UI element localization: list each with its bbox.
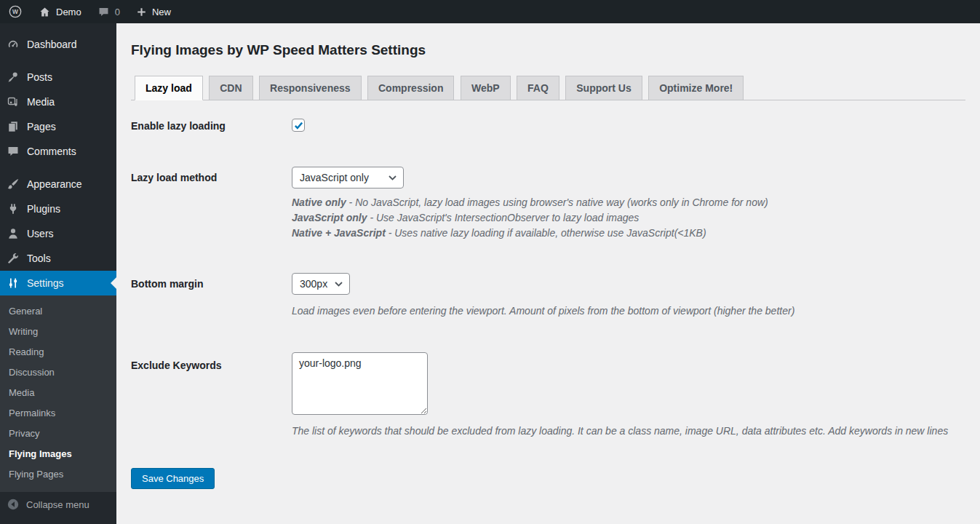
sidebar-item-comments[interactable]: Comments [0,139,116,164]
dashboard-icon [6,37,20,52]
home-icon [39,6,51,18]
enable-lazy-loading-checkbox[interactable] [292,119,305,132]
submenu-item-discussion[interactable]: Discussion [0,362,116,383]
media-icon [6,95,20,109]
enable-lazy-loading-row: Enable lazy loading [131,119,965,132]
tab-faq[interactable]: FAQ [517,76,559,100]
sidebar-item-label: Media [27,96,55,108]
menu-separator [0,164,116,172]
sidebar-item-appearance[interactable]: Appearance [0,172,116,196]
tab-responsiveness[interactable]: Responsiveness [259,76,362,100]
submenu-item-privacy[interactable]: Privacy [0,424,116,444]
submenu-item-media[interactable]: Media [0,383,116,403]
lazy-load-method-value: JavaScript only [300,172,369,183]
tab-cdn[interactable]: CDN [209,76,252,100]
sidebar-item-label: Settings [27,277,64,289]
sidebar-item-users[interactable]: Users [0,221,116,246]
lazy-load-method-row: Lazy load method JavaScript only Native … [131,167,965,241]
plug-icon [6,202,20,216]
submenu-item-permalinks[interactable]: Permalinks [0,403,116,424]
sidebar-item-label: Comments [27,146,76,157]
sidebar-item-label: Posts [27,71,52,83]
site-name-menu[interactable]: Demo [31,0,89,23]
tab-webp[interactable]: WebP [461,76,511,100]
menu-separator [0,57,116,65]
new-label: New [152,7,171,17]
bottom-margin-value: 300px [300,278,327,290]
sidebar-item-label: Tools [27,253,51,264]
sidebar-item-label: Dashboard [27,39,77,50]
lazy-load-method-label: Lazy load method [131,167,292,183]
settings-submenu: General Writing Reading Discussion Media… [0,295,116,492]
settings-page: Flying Images by WP Speed Matters Settin… [116,23,980,489]
submenu-item-reading[interactable]: Reading [0,342,116,362]
bottom-margin-row: Bottom margin 300px Load images even bef… [131,273,965,319]
comment-bubble-icon [97,6,110,18]
help-line: Native only - No JavaScript, lazy load i… [292,195,965,210]
tab-optimize-more[interactable]: Optimize More! [648,76,744,100]
bottom-margin-select[interactable]: 300px [292,273,350,295]
sidebar-item-posts[interactable]: Posts [0,65,116,90]
exclude-keywords-label: Exclude Keywords [131,352,292,371]
chevron-down-icon [335,282,343,287]
comments-icon [6,144,20,159]
bottom-margin-label: Bottom margin [131,273,292,290]
tab-support-us[interactable]: Support Us [565,76,642,100]
collapse-menu-button[interactable]: Collapse menu [0,492,116,517]
exclude-keywords-row: Exclude Keywords your-logo.png The list … [131,352,965,439]
lazy-load-method-help: Native only - No JavaScript, lazy load i… [292,195,965,241]
comment-count: 0 [115,7,120,17]
page-title: Flying Images by WP Speed Matters Settin… [131,42,965,58]
svg-text:W: W [12,8,18,15]
site-name-label: Demo [56,7,81,17]
pages-icon [6,119,20,134]
admin-sidebar: Dashboard Posts Media Pages Commen [0,23,116,524]
sidebar-item-label: Plugins [27,203,60,215]
tab-compression[interactable]: Compression [367,76,454,100]
new-content-menu[interactable]: New [128,0,179,23]
admin-menu: Dashboard Posts Media Pages Commen [0,23,116,492]
exclude-keywords-textarea[interactable]: your-logo.png [292,352,428,415]
sidebar-item-label: Users [27,228,54,239]
sidebar-item-settings[interactable]: Settings [0,271,116,295]
tab-lazy-load[interactable]: Lazy load [135,76,203,100]
submenu-item-flying-pages[interactable]: Flying Pages [0,464,116,485]
save-changes-button[interactable]: Save Changes [131,468,215,489]
collapse-arrow-icon [6,497,20,512]
help-line: Native + JavaScript - Uses native lazy l… [292,226,965,241]
sidebar-item-media[interactable]: Media [0,90,116,114]
wordpress-menu-button[interactable]: W [0,0,31,23]
pin-icon [6,70,20,84]
sidebar-item-plugins[interactable]: Plugins [0,196,116,221]
admin-bar: W Demo 0 New [0,0,980,23]
user-icon [6,226,20,241]
exclude-keywords-help: The list of keywords that should be excl… [292,424,965,439]
sidebar-item-label: Appearance [27,178,82,190]
collapse-menu-label: Collapse menu [26,499,89,510]
chevron-down-icon [389,175,397,180]
submenu-item-flying-images[interactable]: Flying Images [0,444,116,464]
lazy-load-method-select[interactable]: JavaScript only [292,167,404,188]
enable-lazy-loading-label: Enable lazy loading [131,119,292,132]
wrench-icon [6,251,20,266]
help-line: JavaScript only - Use JavaScript's Inter… [292,210,965,226]
checkmark-icon [294,121,303,130]
comments-menu[interactable]: 0 [89,0,128,23]
plus-icon [136,7,147,17]
settings-sliders-icon [6,276,20,290]
sidebar-item-pages[interactable]: Pages [0,114,116,139]
collapse-menu-area: Collapse menu [0,492,116,524]
settings-tab-bar: Lazy load CDN Responsiveness Compression… [131,76,965,100]
submenu-item-writing[interactable]: Writing [0,322,116,342]
submenu-item-general[interactable]: General [0,301,116,322]
wordpress-logo-icon: W [8,4,23,19]
bottom-margin-help: Load images even before entering the vie… [292,303,965,319]
paintbrush-icon [6,177,20,191]
sidebar-item-tools[interactable]: Tools [0,246,116,271]
sidebar-item-dashboard[interactable]: Dashboard [0,32,116,57]
sidebar-item-label: Pages [27,121,56,132]
